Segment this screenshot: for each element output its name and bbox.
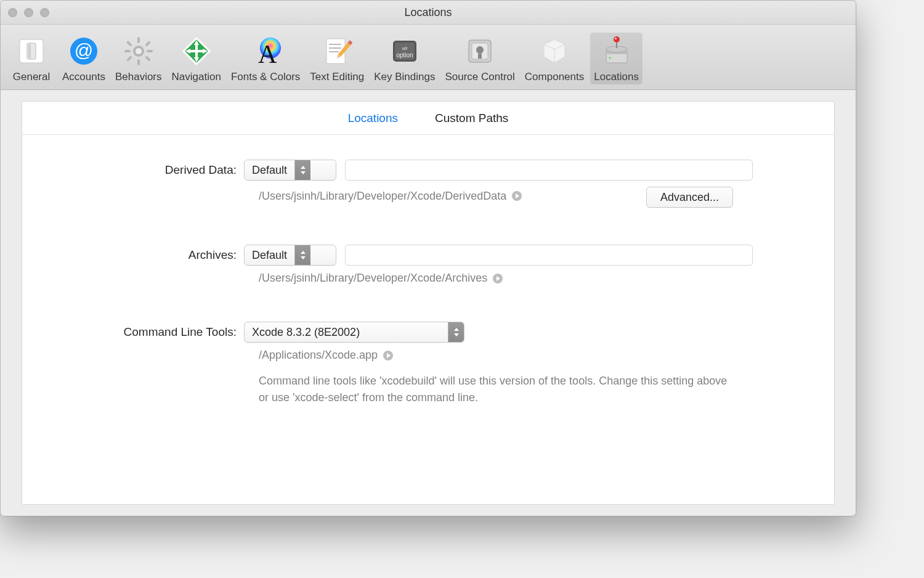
svg-rect-2 [28,44,31,58]
svg-rect-11 [126,41,132,47]
svg-marker-52 [301,251,306,254]
toolbar-fonts-colors[interactable]: A Fonts & Colors [227,33,304,84]
svg-marker-49 [301,171,306,174]
toolbar-general[interactable]: General [7,33,56,84]
archives-pathline: /Users/jsinh/Library/Developer/Xcode/Arc… [259,272,816,285]
row-clt: Command Line Tools: Xcode 8.3.2 (8E2002) [41,322,816,343]
svg-rect-10 [147,50,153,52]
toolbar-label: Navigation [172,71,221,83]
toolbar-label: Source Control [445,71,514,83]
svg-text:A: A [258,40,277,67]
toolbar-label: Behaviors [115,71,162,83]
components-icon [538,35,570,67]
clt-value: Xcode 8.3.2 (8E2002) [245,326,448,339]
toolbar-accounts[interactable]: @ Accounts [59,33,109,84]
svg-text:alt: alt [402,46,408,51]
zoom-button[interactable] [40,8,49,17]
clt-help-text: Command line tools like 'xcodebuild' wil… [259,373,739,406]
derived-data-path-input[interactable] [345,160,753,181]
derived-data-label: Derived Data: [41,163,244,177]
reveal-in-finder-icon[interactable] [383,350,394,361]
svg-point-6 [136,48,142,54]
navigation-icon [180,35,213,67]
svg-rect-13 [126,55,132,62]
archives-path: /Users/jsinh/Library/Developer/Xcode/Arc… [259,272,487,285]
derived-data-path: /Users/jsinh/Library/Developer/Xcode/Der… [259,190,506,203]
toolbar-text-editing[interactable]: Text Editing [306,33,368,84]
archives-path-input[interactable] [345,245,753,266]
svg-text:option: option [396,52,413,59]
toolbar-label: Locations [594,71,639,83]
key-bindings-icon: alt option [389,35,421,67]
popup-arrows-icon [294,245,310,265]
minimize-button[interactable] [24,8,33,17]
toolbar-navigation[interactable]: Navigation [168,33,225,84]
svg-rect-14 [145,55,151,62]
row-archives: Archives: Default [41,245,816,266]
toolbar-label: Key Bindings [374,71,435,83]
reveal-in-finder-icon[interactable] [511,190,522,201]
svg-rect-8 [137,59,140,65]
svg-marker-53 [301,256,306,259]
window-title: Locations [1,6,856,19]
fonts-colors-icon: A [249,35,282,67]
svg-marker-56 [454,328,459,331]
locations-form: Derived Data: Default /Users/jsinh/Libra… [22,135,834,504]
clt-pathline: /Applications/Xcode.app [259,349,816,362]
preferences-window: Locations General @ Accounts [0,0,856,516]
clt-popup[interactable]: Xcode 8.3.2 (8E2002) [244,322,464,343]
svg-marker-48 [301,166,306,169]
clt-label: Command Line Tools: [41,325,244,339]
toolbar-label: Accounts [62,71,105,83]
row-derived-data: Derived Data: Default [41,160,816,181]
general-icon [15,35,47,67]
preferences-toolbar: General @ Accounts [1,25,856,90]
advanced-button[interactable]: Advanced... [646,187,733,208]
svg-point-46 [615,38,617,39]
traffic-lights [8,8,49,17]
archives-value: Default [245,249,294,262]
derived-data-pathline: /Users/jsinh/Library/Developer/Xcode/Der… [259,190,646,203]
behaviors-icon [123,35,155,67]
toolbar-label: General [13,71,50,83]
svg-rect-7 [137,37,140,43]
text-editing-icon [321,35,353,67]
toolbar-components[interactable]: Components [521,33,588,84]
archives-popup[interactable]: Default [244,245,336,266]
svg-point-45 [614,36,620,43]
accounts-icon: @ [68,35,100,67]
svg-rect-9 [124,50,131,52]
svg-point-37 [476,46,484,54]
close-button[interactable] [8,8,17,17]
locations-panel: Locations Custom Paths Derived Data: Def… [22,101,835,505]
clt-path: /Applications/Xcode.app [259,349,378,362]
svg-marker-57 [454,333,459,336]
sub-tabbar: Locations Custom Paths [22,102,834,135]
derived-data-popup[interactable]: Default [244,160,336,181]
toolbar-label: Fonts & Colors [231,71,300,83]
toolbar-label: Components [525,71,584,83]
toolbar-key-bindings[interactable]: alt option Key Bindings [370,33,439,84]
toolbar-source-control[interactable]: Source Control [441,33,518,84]
svg-text:@: @ [75,40,93,60]
toolbar-label: Text Editing [310,71,364,83]
locations-icon [601,35,633,67]
tab-locations[interactable]: Locations [348,112,398,125]
popup-arrows-icon [294,160,310,180]
archives-label: Archives: [41,248,244,262]
tab-custom-paths[interactable]: Custom Paths [435,112,508,125]
svg-rect-38 [478,54,482,59]
toolbar-locations[interactable]: Locations [590,33,642,84]
svg-rect-12 [145,41,151,47]
titlebar: Locations [1,1,856,25]
svg-point-47 [609,57,610,59]
source-control-icon [464,35,496,67]
reveal-in-finder-icon[interactable] [492,273,503,284]
derived-data-value: Default [245,164,294,177]
popup-arrows-icon [448,322,464,342]
panel-wrap: Locations Custom Paths Derived Data: Def… [1,90,856,516]
toolbar-behaviors[interactable]: Behaviors [111,33,166,84]
